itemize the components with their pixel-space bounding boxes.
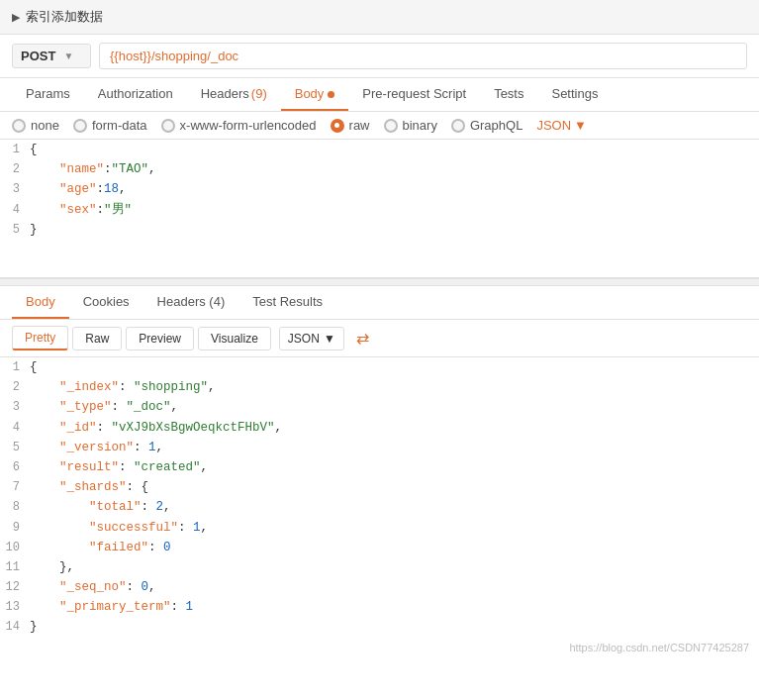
- tab-body[interactable]: Body: [281, 78, 349, 111]
- option-graphql[interactable]: GraphQL: [451, 118, 522, 133]
- method-label: POST: [21, 49, 55, 63]
- url-bar: POST ▼: [0, 35, 759, 78]
- chevron-down-icon: ▼: [574, 118, 587, 133]
- request-tabs: Params Authorization Headers(9) Body Pre…: [0, 78, 759, 112]
- tab-params[interactable]: Params: [12, 78, 84, 111]
- tab-test-results[interactable]: Test Results: [238, 286, 336, 319]
- code-line: 1 {: [0, 357, 759, 377]
- section-divider: [0, 278, 759, 286]
- body-options: none form-data x-www-form-urlencoded raw…: [0, 112, 759, 140]
- tab-headers[interactable]: Headers(9): [187, 78, 281, 111]
- code-line: 1 {: [0, 140, 759, 159]
- wrap-icon[interactable]: ⇄: [356, 329, 369, 348]
- code-line: 2 "_index": "shopping",: [0, 377, 759, 397]
- tab-response-body[interactable]: Body: [12, 286, 69, 319]
- pretty-button[interactable]: Pretty: [12, 326, 68, 350]
- code-line: 5 }: [0, 220, 759, 240]
- option-form-data[interactable]: form-data: [73, 118, 147, 133]
- code-line: 9 "successful": 1,: [0, 518, 759, 538]
- tab-cookies[interactable]: Cookies: [69, 286, 143, 319]
- radio-form-data: [73, 119, 87, 133]
- page-title: 索引添加数据: [26, 8, 103, 26]
- code-line: 4 "_id": "vXJ9bXsBgwOeqkctFHbV",: [0, 418, 759, 438]
- code-line: 12 "_seq_no": 0,: [0, 577, 759, 597]
- tab-response-headers[interactable]: Headers (4): [143, 286, 239, 319]
- method-dropdown[interactable]: POST ▼: [12, 44, 91, 68]
- tab-tests[interactable]: Tests: [480, 78, 537, 111]
- chevron-down-icon: ▼: [63, 50, 73, 61]
- response-format-dropdown[interactable]: JSON ▼: [279, 327, 344, 350]
- code-line: 11 },: [0, 557, 759, 577]
- preview-button[interactable]: Preview: [126, 327, 194, 350]
- code-line: 10 "failed": 0: [0, 538, 759, 557]
- option-raw[interactable]: raw: [331, 118, 370, 133]
- tab-authorization[interactable]: Authorization: [84, 78, 187, 111]
- code-line: 7 "_shards": {: [0, 477, 759, 497]
- watermark: https://blog.csdn.net/CSDN77425287: [0, 638, 759, 657]
- chevron-down-icon: ▼: [324, 332, 335, 346]
- radio-raw: [331, 119, 344, 133]
- url-input[interactable]: [99, 43, 747, 69]
- code-line: 2 "name":"TAO",: [0, 159, 759, 179]
- request-code-editor[interactable]: 1 { 2 "name":"TAO", 3 "age":18, 4 "sex":…: [0, 140, 759, 278]
- code-line: 3 "age":18,: [0, 179, 759, 199]
- radio-none: [12, 119, 26, 133]
- radio-urlencoded: [161, 119, 175, 133]
- response-code-editor: 1 { 2 "_index": "shopping", 3 "_type": "…: [0, 357, 759, 638]
- radio-binary: [384, 119, 398, 133]
- json-format-dropdown[interactable]: JSON ▼: [536, 118, 587, 133]
- option-urlencoded[interactable]: x-www-form-urlencoded: [161, 118, 317, 133]
- code-line: 13 "_primary_term": 1: [0, 597, 759, 617]
- body-active-dot: [328, 91, 334, 98]
- visualize-button[interactable]: Visualize: [198, 327, 271, 350]
- radio-graphql: [451, 119, 465, 133]
- option-binary[interactable]: binary: [384, 118, 437, 133]
- code-line: 3 "_type": "_doc",: [0, 397, 759, 417]
- expand-arrow-icon: ▶: [12, 11, 20, 24]
- code-line: 4 "sex":"男": [0, 200, 759, 220]
- response-tabs: Body Cookies Headers (4) Test Results: [0, 286, 759, 320]
- code-line: 6 "result": "created",: [0, 457, 759, 477]
- raw-button[interactable]: Raw: [72, 327, 122, 350]
- code-line: 8 "total": 2,: [0, 497, 759, 517]
- tab-pre-request[interactable]: Pre-request Script: [348, 78, 480, 111]
- tab-settings[interactable]: Settings: [537, 78, 612, 111]
- response-controls: Pretty Raw Preview Visualize JSON ▼ ⇄: [0, 320, 759, 357]
- code-line: 14 }: [0, 617, 759, 637]
- option-none[interactable]: none: [12, 118, 59, 133]
- code-line: 5 "_version": 1,: [0, 438, 759, 457]
- page-header: ▶ 索引添加数据: [0, 0, 759, 35]
